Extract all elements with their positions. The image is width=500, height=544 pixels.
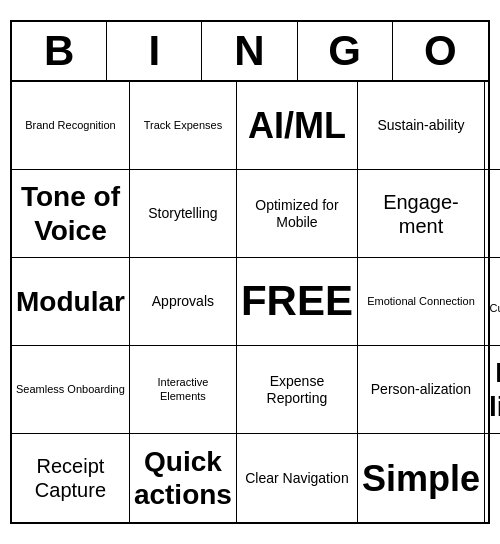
cell-text: Deep-linking xyxy=(489,356,500,423)
bingo-cell: Storytelling xyxy=(130,170,237,258)
bingo-grid: Brand RecognitionTrack ExpensesAI/MLSust… xyxy=(12,82,488,522)
bingo-cell: Accessible Customer Support xyxy=(485,258,500,346)
bingo-cell: FREE xyxy=(237,258,358,346)
bingo-cell: AI/ML xyxy=(237,82,358,170)
cell-text: Quick actions xyxy=(134,445,232,512)
bingo-cell: Deep-linking xyxy=(485,346,500,434)
bingo-cell: Person-alization xyxy=(358,346,485,434)
bingo-cell: Sustain-ability xyxy=(358,82,485,170)
cell-text: Emotional Connection xyxy=(367,295,475,308)
bingo-cell: Clear Navigation xyxy=(237,434,358,522)
cell-text: Tone of Voice xyxy=(16,180,125,247)
bingo-letter: I xyxy=(107,22,202,80)
cell-text: Alerts & Notifications xyxy=(489,465,500,491)
bingo-cell: Engage-ment xyxy=(358,170,485,258)
cell-text: Accessible Customer Support xyxy=(489,288,500,314)
bingo-cell: Modular xyxy=(12,258,130,346)
cell-text: Seamless Onboarding xyxy=(16,383,125,396)
cell-text: FREE xyxy=(241,276,353,326)
cell-text: Interactive Elements xyxy=(134,376,232,402)
bingo-cell: Quick actions xyxy=(130,434,237,522)
cell-text: Optimized for Mobile xyxy=(241,197,353,231)
bingo-letter: N xyxy=(202,22,297,80)
bingo-letter: B xyxy=(12,22,107,80)
cell-text: Storytelling xyxy=(148,205,217,222)
bingo-cell: Alerts & Notifications xyxy=(485,434,500,522)
cell-text: Engage-ment xyxy=(362,190,480,238)
bingo-cell: Approvals xyxy=(130,258,237,346)
bingo-letter: O xyxy=(393,22,488,80)
cell-text: AI/ML xyxy=(248,104,346,147)
cell-text: Track Expenses xyxy=(144,119,222,132)
bingo-cell: Tone of Voice xyxy=(12,170,130,258)
bingo-cell: Brand Recognition xyxy=(12,82,130,170)
bingo-cell: Dashboard xyxy=(485,170,500,258)
cell-text: Approvals xyxy=(152,293,214,310)
bingo-cell: Receipt Capture xyxy=(12,434,130,522)
bingo-cell: Track Expenses xyxy=(130,82,237,170)
cell-text: Person-alization xyxy=(371,381,471,398)
bingo-cell: Interactive Elements xyxy=(130,346,237,434)
cell-text: Sustain-ability xyxy=(377,117,464,134)
cell-text: Simple xyxy=(362,457,480,500)
bingo-cell: Simple xyxy=(358,434,485,522)
cell-text: Clear Navigation xyxy=(245,470,349,487)
cell-text: Receipt Capture xyxy=(16,454,125,502)
cell-text: Brand Recognition xyxy=(25,119,116,132)
bingo-cell: Minimal Taps xyxy=(485,82,500,170)
cell-text: Modular xyxy=(16,285,125,319)
bingo-cell: Seamless Onboarding xyxy=(12,346,130,434)
bingo-letter: G xyxy=(298,22,393,80)
bingo-cell: Expense Reporting xyxy=(237,346,358,434)
cell-text: Minimal Taps xyxy=(489,102,500,150)
bingo-cell: Optimized for Mobile xyxy=(237,170,358,258)
bingo-header: BINGO xyxy=(12,22,488,82)
bingo-card: BINGO Brand RecognitionTrack ExpensesAI/… xyxy=(10,20,490,524)
cell-text: Expense Reporting xyxy=(241,373,353,407)
bingo-cell: Emotional Connection xyxy=(358,258,485,346)
